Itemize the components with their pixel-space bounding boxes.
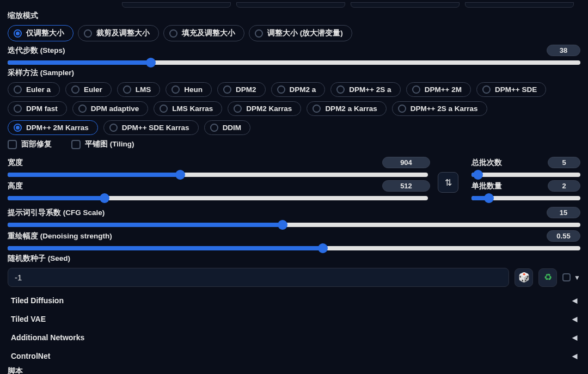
- sampler-option[interactable]: Heun: [166, 82, 212, 97]
- sampler-label: 采样方法 (Sampler): [8, 68, 580, 78]
- cfg-label: 提示词引导系数 (CFG Scale): [8, 208, 105, 218]
- script-label: 脚本: [8, 366, 580, 374]
- steps-slider: 迭代步数 (Steps) 38: [8, 45, 580, 65]
- radio-icon: [210, 124, 218, 132]
- radio-icon: [71, 85, 79, 94]
- accordion-title: Tiled VAE: [11, 315, 46, 323]
- batch-size-track[interactable]: [471, 196, 580, 200]
- sampler-option[interactable]: DPM2 a: [271, 82, 326, 97]
- radio-icon: [160, 105, 168, 113]
- dimensions-grid: 宽度 904 高度 512 ⇅ 总批次数 5: [8, 154, 580, 204]
- radio-icon: [14, 105, 22, 113]
- radio-icon: [78, 105, 87, 113]
- batch-count-value[interactable]: 5: [548, 157, 580, 168]
- radio-icon: [109, 124, 118, 132]
- resize-mode-option[interactable]: 裁剪及调整大小: [78, 25, 159, 41]
- denoise-value[interactable]: 0.55: [547, 230, 580, 242]
- accordion-tiled-diffusion[interactable]: Tiled Diffusion◀: [8, 291, 580, 310]
- chevron-left-icon: ◀: [572, 352, 577, 360]
- radio-icon: [14, 124, 22, 132]
- sampler-option[interactable]: LMS Karras: [154, 101, 222, 116]
- denoise-track[interactable]: [8, 246, 580, 250]
- sampler-option[interactable]: DPM++ SDE Karras: [103, 120, 199, 135]
- cfg-value[interactable]: 15: [547, 207, 580, 218]
- resize-mode-label: 缩放模式: [8, 11, 580, 21]
- steps-value[interactable]: 38: [547, 45, 580, 56]
- seed-input[interactable]: [8, 268, 509, 287]
- denoise-label: 重绘幅度 (Denoising strength): [8, 231, 112, 241]
- radio-icon: [123, 85, 131, 94]
- sampler-option[interactable]: DDIM: [204, 120, 251, 135]
- radio-icon: [223, 85, 231, 94]
- batch-count-track[interactable]: [471, 173, 580, 177]
- checkbox-row: 面部修复 平铺图 (Tiling): [8, 139, 580, 149]
- seed-random-button[interactable]: 🎲: [514, 268, 533, 287]
- chevron-down-icon: ▼: [574, 274, 580, 281]
- radio-icon: [234, 105, 242, 113]
- sampler-option[interactable]: Euler a: [8, 82, 60, 97]
- radio-icon: [14, 85, 22, 94]
- batch-size-slider: 单批数量 2: [471, 180, 580, 200]
- radio-icon: [482, 85, 491, 94]
- accordion-controlnet[interactable]: ControlNet◀: [8, 347, 580, 365]
- width-value[interactable]: 904: [382, 157, 430, 168]
- accordion-title: ControlNet: [11, 352, 50, 360]
- accordion-tiled-vae[interactable]: Tiled VAE◀: [8, 310, 580, 328]
- width-label: 宽度: [8, 158, 23, 168]
- dice-icon: 🎲: [518, 272, 530, 283]
- swap-icon: ⇅: [445, 177, 452, 188]
- seed-row: 🎲 ♻ ▼: [8, 268, 580, 287]
- chevron-left-icon: ◀: [572, 297, 577, 304]
- radio-icon: [169, 29, 177, 38]
- batch-count-slider: 总批次数 5: [471, 157, 580, 177]
- chevron-left-icon: ◀: [572, 334, 577, 341]
- sampler-option[interactable]: DPM2 a Karras: [307, 101, 386, 116]
- sampler-option[interactable]: DPM++ 2S a: [330, 82, 400, 97]
- seed-extra-toggle[interactable]: ▼: [562, 273, 580, 281]
- radio-icon: [277, 85, 285, 94]
- radio-icon: [313, 105, 321, 113]
- height-slider: 高度 512: [8, 180, 430, 200]
- height-track[interactable]: [8, 196, 428, 200]
- radio-icon: [84, 29, 92, 38]
- sampler-option[interactable]: DPM adaptive: [72, 101, 149, 116]
- resize-mode-option[interactable]: 调整大小 (放大潜变量): [249, 25, 352, 41]
- chevron-left-icon: ◀: [572, 315, 577, 323]
- recycle-icon: ♻: [544, 272, 552, 283]
- sampler-option[interactable]: DPM++ SDE: [476, 82, 546, 97]
- sampler-option[interactable]: DPM2: [217, 82, 266, 97]
- sampler-option[interactable]: DPM fast: [8, 101, 67, 116]
- sampler-option[interactable]: DPM2 Karras: [228, 101, 301, 116]
- swap-dimensions-button[interactable]: ⇅: [438, 172, 458, 193]
- top-cropped-row: [8, 2, 580, 8]
- accordion-title: Additional Networks: [11, 333, 84, 342]
- radio-icon: [255, 29, 263, 38]
- width-slider: 宽度 904: [8, 157, 430, 177]
- sampler-options: Euler aEulerLMSHeunDPM2DPM2 aDPM++ 2S aD…: [8, 82, 580, 135]
- height-value[interactable]: 512: [382, 180, 430, 192]
- steps-track[interactable]: [8, 60, 580, 65]
- seed-reuse-button[interactable]: ♻: [538, 268, 557, 287]
- seed-label: 随机数种子 (Seed): [8, 254, 580, 263]
- height-label: 高度: [8, 181, 23, 191]
- sampler-option[interactable]: DPM++ 2M: [406, 82, 471, 97]
- sampler-option[interactable]: LMS: [117, 82, 161, 97]
- width-track[interactable]: [8, 173, 428, 177]
- batch-count-label: 总批次数: [471, 158, 502, 168]
- steps-label: 迭代步数 (Steps): [8, 46, 65, 56]
- batch-size-value[interactable]: 2: [548, 180, 580, 192]
- radio-icon: [171, 85, 180, 94]
- radio-icon: [336, 85, 345, 94]
- tiling-checkbox[interactable]: 平铺图 (Tiling): [71, 139, 134, 149]
- cfg-slider: 提示词引导系数 (CFG Scale) 15: [8, 207, 580, 227]
- face-restore-checkbox[interactable]: 面部修复: [8, 139, 52, 149]
- resize-mode-option[interactable]: 填充及调整大小: [163, 25, 244, 41]
- sampler-option[interactable]: DPM++ 2M Karras: [8, 120, 98, 135]
- sampler-option[interactable]: Euler: [65, 82, 112, 97]
- accordion-title: Tiled Diffusion: [11, 296, 64, 305]
- cfg-track[interactable]: [8, 223, 580, 227]
- accordion-additional-networks[interactable]: Additional Networks◀: [8, 328, 580, 347]
- radio-icon: [14, 29, 22, 38]
- sampler-option[interactable]: DPM++ 2S a Karras: [392, 101, 487, 116]
- resize-mode-option[interactable]: 仅调整大小: [8, 25, 74, 41]
